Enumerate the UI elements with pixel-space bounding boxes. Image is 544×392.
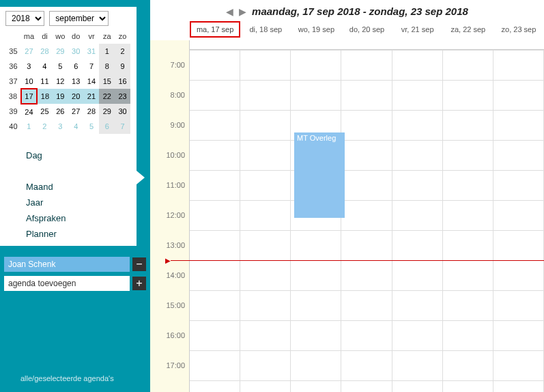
mini-cal-day[interactable]: 12	[53, 74, 68, 89]
week-number[interactable]: 39	[5, 104, 21, 119]
dow-header: zo	[115, 29, 130, 44]
calendar-event[interactable]: MT Overleg	[294, 132, 345, 218]
user-agenda[interactable]: Joan Schenk	[4, 257, 130, 272]
mini-cal-day[interactable]: 21	[84, 89, 100, 104]
main-area: ◀ ▶ maandag, 17 sep 2018 - zondag, 23 se…	[150, 0, 544, 392]
mini-cal-day[interactable]: 24	[21, 104, 37, 119]
day-column[interactable]	[493, 50, 544, 392]
day-column[interactable]	[240, 50, 291, 392]
mini-cal-day[interactable]: 31	[84, 44, 100, 59]
week-number[interactable]: 37	[5, 74, 21, 89]
mini-calendar: 20162017201820192020 januarifebruarimaar…	[0, 7, 137, 246]
day-tab[interactable]: di, 18 sep	[240, 21, 291, 38]
mini-cal-day[interactable]: 10	[21, 74, 37, 89]
mini-cal-day[interactable]: 16	[115, 74, 130, 89]
mini-cal-day[interactable]: 23	[115, 89, 130, 104]
mini-cal-day[interactable]: 7	[115, 119, 130, 134]
day-column[interactable]	[341, 50, 392, 392]
time-column: 7:008:009:0010:0011:0012:0013:0014:0015:…	[150, 40, 190, 392]
mini-cal-day[interactable]: 3	[53, 119, 68, 134]
week-number[interactable]: 36	[5, 59, 21, 74]
mini-cal-day[interactable]: 30	[115, 104, 130, 119]
day-tab[interactable]: zo, 23 sep	[493, 21, 544, 38]
mini-cal-day[interactable]: 5	[53, 59, 68, 74]
dow-header: ma	[21, 29, 37, 44]
mini-cal-day[interactable]: 8	[99, 59, 115, 74]
view-week[interactable]: Week	[26, 163, 131, 179]
mini-cal-day[interactable]: 6	[99, 119, 115, 134]
mini-cal-day[interactable]: 2	[37, 119, 53, 134]
time-label: 16:00	[166, 331, 185, 339]
mini-cal-day[interactable]: 29	[99, 104, 115, 119]
time-grid[interactable]: 7:008:009:0010:0011:0012:0013:0014:0015:…	[150, 40, 544, 392]
time-label: 13:00	[166, 241, 185, 249]
week-number[interactable]: 38	[5, 89, 21, 104]
dow-header: vr	[84, 29, 100, 44]
day-column[interactable]	[291, 50, 341, 392]
day-column[interactable]	[443, 50, 493, 392]
mini-cal-day[interactable]: 17	[21, 89, 37, 104]
prev-week-button[interactable]: ◀	[226, 6, 233, 17]
time-label: 14:00	[166, 271, 185, 279]
mini-cal-day[interactable]: 14	[84, 74, 100, 89]
view-maand[interactable]: Maand	[26, 179, 131, 195]
mini-cal-day[interactable]: 15	[99, 74, 115, 89]
mini-cal-day[interactable]: 26	[53, 104, 68, 119]
view-planner[interactable]: Planner	[26, 226, 131, 242]
remove-agenda-button[interactable]: −	[132, 257, 146, 271]
mini-cal-day[interactable]: 28	[37, 44, 53, 59]
mini-cal-day[interactable]: 27	[21, 44, 37, 59]
mini-cal-day[interactable]: 7	[84, 59, 100, 74]
time-label: 9:00	[171, 121, 185, 129]
day-tabs: ma, 17 sepdi, 18 sepwo, 19 sepdo, 20 sep…	[150, 21, 544, 40]
mini-cal-day[interactable]: 29	[53, 44, 68, 59]
day-tab[interactable]: do, 20 sep	[341, 21, 392, 38]
time-label: 11:00	[166, 181, 185, 189]
add-agenda-input[interactable]: agenda toevoegen	[4, 276, 130, 291]
mini-cal-day[interactable]: 3	[21, 59, 37, 74]
mini-cal-day[interactable]: 4	[68, 119, 84, 134]
month-select[interactable]: januarifebruarimaartaprilmeijunijuliaugu…	[49, 11, 109, 26]
next-week-button[interactable]: ▶	[239, 6, 246, 17]
mini-cal-day[interactable]: 5	[84, 119, 100, 134]
mini-cal-day[interactable]: 9	[115, 59, 130, 74]
mini-cal-table: madiwodovrzazo 3527282930311236345678937…	[5, 29, 131, 134]
mini-cal-day[interactable]: 13	[68, 74, 84, 89]
dow-header: do	[68, 29, 84, 44]
view-dag[interactable]: Dag	[26, 148, 131, 163]
mini-cal-day[interactable]: 25	[37, 104, 53, 119]
day-tab[interactable]: za, 22 sep	[443, 21, 493, 38]
mini-cal-day[interactable]: 19	[53, 89, 68, 104]
mini-cal-day[interactable]: 11	[37, 74, 53, 89]
view-jaar[interactable]: Jaar	[26, 195, 131, 210]
mini-cal-day[interactable]: 6	[68, 59, 84, 74]
date-range-title: maandag, 17 sep 2018 - zondag, 23 sep 20…	[252, 5, 468, 17]
time-label: 10:00	[166, 151, 185, 159]
week-number[interactable]: 35	[5, 44, 21, 59]
day-tab[interactable]: ma, 17 sep	[190, 21, 240, 38]
year-select[interactable]: 20162017201820192020	[5, 11, 44, 26]
dow-header: di	[37, 29, 53, 44]
week-number[interactable]: 40	[5, 119, 21, 134]
week-header: ◀ ▶ maandag, 17 sep 2018 - zondag, 23 se…	[150, 0, 544, 21]
mini-cal-day[interactable]: 22	[99, 89, 115, 104]
add-agenda-button[interactable]: +	[132, 277, 146, 290]
day-column[interactable]	[190, 50, 240, 392]
time-label: 8:00	[171, 91, 185, 99]
mini-cal-day[interactable]: 2	[115, 44, 130, 59]
current-time-line	[190, 260, 544, 261]
mini-cal-day[interactable]: 4	[37, 59, 53, 74]
mini-cal-day[interactable]: 20	[68, 89, 84, 104]
day-column[interactable]	[392, 50, 443, 392]
mini-cal-day[interactable]: 1	[21, 119, 37, 134]
mini-cal-day[interactable]: 18	[37, 89, 53, 104]
mini-cal-day[interactable]: 1	[99, 44, 115, 59]
view-afspraken[interactable]: Afspraken	[26, 210, 131, 226]
mini-cal-day[interactable]: 27	[68, 104, 84, 119]
toggle-all-agendas[interactable]: alle/geselecteerde agenda's	[0, 374, 150, 392]
mini-cal-day[interactable]: 30	[68, 44, 84, 59]
day-tab[interactable]: wo, 19 sep	[291, 21, 341, 38]
time-label: 15:00	[166, 301, 185, 309]
mini-cal-day[interactable]: 28	[84, 104, 100, 119]
day-tab[interactable]: vr, 21 sep	[392, 21, 443, 38]
